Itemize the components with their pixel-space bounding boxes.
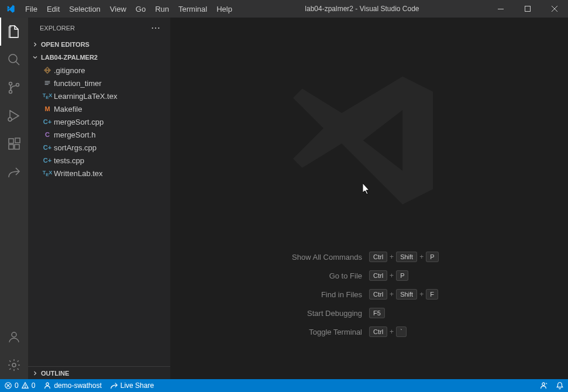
status-feedback[interactable] xyxy=(535,379,552,392)
titlebar: FileEditSelectionViewGoRunTerminalHelp l… xyxy=(0,0,568,18)
shortcut-keys: Ctrl+Shift+P xyxy=(369,252,550,262)
section-label: OUTLINE xyxy=(41,370,69,377)
file-type-icon xyxy=(41,79,54,87)
activitybar xyxy=(0,18,28,379)
svg-rect-16 xyxy=(45,84,49,85)
file-type-icon: TEX xyxy=(41,170,54,177)
explorer-tab[interactable] xyxy=(0,18,28,46)
source-control-tab[interactable] xyxy=(0,74,28,102)
svg-point-4 xyxy=(9,82,12,85)
file-item[interactable]: TEXWrittenLab.tex xyxy=(28,167,170,180)
menu-selection[interactable]: Selection xyxy=(64,0,105,18)
menu-view[interactable]: View xyxy=(105,0,131,18)
keycap: Ctrl xyxy=(369,326,387,337)
svg-point-5 xyxy=(9,91,12,94)
file-type-icon: C+ xyxy=(41,157,54,164)
outline-section[interactable]: OUTLINE xyxy=(28,366,170,379)
sidebar: EXPLORER ⋯ OPEN EDITORS LAB04-ZPALMER2 .… xyxy=(28,18,170,379)
extensions-tab[interactable] xyxy=(0,130,28,158)
folder-section[interactable]: LAB04-ZPALMER2 xyxy=(28,51,170,64)
shortcut-row: Go to FileCtrl+P xyxy=(170,270,568,281)
svg-point-13 xyxy=(12,363,16,367)
maximize-button[interactable] xyxy=(514,0,541,18)
main-area: EXPLORER ⋯ OPEN EDITORS LAB04-ZPALMER2 .… xyxy=(0,18,568,379)
keycap: ` xyxy=(396,326,407,337)
menu-go[interactable]: Go xyxy=(131,0,150,18)
keycap: P xyxy=(396,270,408,281)
file-item[interactable]: C+mergeSort.cpp xyxy=(28,115,170,128)
settings-tab[interactable] xyxy=(0,351,28,379)
svg-point-20 xyxy=(46,383,49,385)
accounts-tab[interactable] xyxy=(0,323,28,351)
keycap: Ctrl xyxy=(369,289,387,300)
warnings-count: 0 xyxy=(32,381,36,390)
keycap: Shift xyxy=(396,252,417,262)
menu-file[interactable]: File xyxy=(20,0,42,18)
file-item[interactable]: .gitignore xyxy=(28,64,170,77)
keycap: Ctrl xyxy=(369,252,387,262)
menu-terminal[interactable]: Terminal xyxy=(174,0,212,18)
shortcut-keys: Ctrl+Shift+F xyxy=(369,289,550,300)
keycap: P xyxy=(426,252,438,262)
svg-point-7 xyxy=(8,118,12,121)
close-button[interactable] xyxy=(541,0,568,18)
open-editors-section[interactable]: OPEN EDITORS xyxy=(28,38,170,51)
plus-separator: + xyxy=(390,328,394,336)
shortcut-keys: Ctrl+P xyxy=(369,270,550,281)
file-type-icon: C+ xyxy=(41,118,54,125)
run-debug-tab[interactable] xyxy=(0,102,28,130)
shortcut-row: Find in FilesCtrl+Shift+F xyxy=(170,289,568,300)
svg-point-21 xyxy=(542,383,545,385)
file-item[interactable]: MMakefile xyxy=(28,102,170,115)
status-problems[interactable]: 0 0 xyxy=(0,379,39,392)
menu-help[interactable]: Help xyxy=(212,0,237,18)
file-name: mergeSort.cpp xyxy=(54,118,104,126)
more-actions-button[interactable]: ⋯ xyxy=(151,22,161,33)
shortcut-label: Start Debugging xyxy=(188,309,369,318)
sidebar-header: EXPLORER ⋯ xyxy=(28,18,170,38)
remote-label: demo-swathost xyxy=(54,381,101,390)
file-name: function_timer xyxy=(54,79,102,88)
file-type-icon: TEX xyxy=(41,92,54,100)
status-liveshare[interactable]: Live Share xyxy=(106,379,158,392)
svg-rect-14 xyxy=(45,81,50,82)
menu-run[interactable]: Run xyxy=(150,0,174,18)
file-item[interactable]: C+sortArgs.cpp xyxy=(28,141,170,154)
menu-edit[interactable]: Edit xyxy=(42,0,64,18)
chevron-right-icon xyxy=(30,369,40,378)
plus-separator: + xyxy=(419,290,424,298)
vscode-logo-icon xyxy=(0,4,20,13)
shortcut-label: Toggle Terminal xyxy=(188,328,369,336)
vscode-watermark-icon xyxy=(293,64,445,218)
status-remote[interactable]: demo-swathost xyxy=(39,379,105,392)
menubar: FileEditSelectionViewGoRunTerminalHelp xyxy=(20,0,237,18)
svg-rect-1 xyxy=(525,6,531,12)
keycap: F5 xyxy=(369,308,385,318)
liveshare-label: Live Share xyxy=(121,381,154,390)
liveshare-tab[interactable] xyxy=(0,158,28,186)
svg-rect-0 xyxy=(498,9,504,9)
section-label: OPEN EDITORS xyxy=(41,41,89,48)
file-item[interactable]: CmergeSort.h xyxy=(28,128,170,141)
statusbar: 0 0 demo-swathost Live Share xyxy=(0,379,568,392)
keycap: Ctrl xyxy=(369,270,387,281)
file-type-icon: C+ xyxy=(41,144,54,151)
keycap: F xyxy=(426,289,438,300)
shortcut-keys: Ctrl+` xyxy=(369,326,550,337)
file-item[interactable]: function_timer xyxy=(28,77,170,90)
file-item[interactable]: C+tests.cpp xyxy=(28,154,170,167)
status-notifications[interactable] xyxy=(552,379,568,392)
file-type-icon: M xyxy=(41,105,54,112)
chevron-down-icon xyxy=(30,53,40,62)
keycap: Shift xyxy=(396,289,417,300)
file-name: mergeSort.h xyxy=(54,130,96,139)
minimize-button[interactable] xyxy=(487,0,514,18)
chevron-right-icon xyxy=(30,40,40,49)
plus-separator: + xyxy=(419,253,424,261)
search-tab[interactable] xyxy=(0,46,28,74)
file-name: Makefile xyxy=(54,105,82,114)
file-name: .gitignore xyxy=(54,66,85,75)
file-item[interactable]: TEXLearningLaTeX.tex xyxy=(28,90,170,102)
errors-count: 0 xyxy=(15,381,19,390)
file-tree: .gitignorefunction_timerTEXLearningLaTeX… xyxy=(28,64,170,366)
